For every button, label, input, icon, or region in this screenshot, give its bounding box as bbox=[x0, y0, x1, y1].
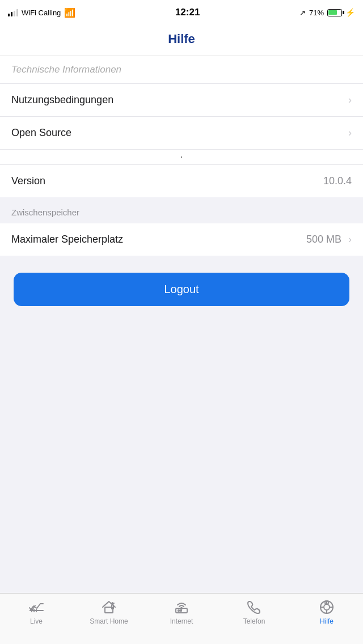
internet-icon bbox=[174, 599, 189, 615]
status-right: ↗ 71% ⚡ bbox=[299, 8, 355, 17]
list-item-opensource[interactable]: Open Source › bbox=[0, 117, 363, 150]
list-item-max-speicher[interactable]: Maximaler Speicherplatz 500 MB › bbox=[0, 223, 363, 256]
nutzungsbedingungen-label: Nutzungsbedingungen bbox=[11, 94, 113, 106]
status-left: WiFi Calling 📶 bbox=[8, 7, 75, 18]
status-bar: WiFi Calling 📶 12:21 ↗ 71% ⚡ bbox=[0, 0, 363, 25]
signal-bars-icon bbox=[8, 9, 18, 16]
tab-internet[interactable]: Internet bbox=[145, 599, 218, 625]
bar2 bbox=[11, 12, 12, 16]
list-item-nutzungsbedingungen[interactable]: Nutzungsbedingungen › bbox=[0, 84, 363, 117]
bar3 bbox=[14, 11, 15, 16]
version-value: 10.0.4 bbox=[323, 175, 352, 187]
cache-section-label: Zwischenspeicher bbox=[11, 207, 79, 217]
svg-point-12 bbox=[324, 604, 330, 610]
wifi-icon: 📶 bbox=[64, 7, 75, 18]
tab-hilfe-label: Hilfe bbox=[320, 617, 334, 625]
bar4 bbox=[16, 9, 18, 16]
cache-section-header: Zwischenspeicher bbox=[0, 197, 363, 223]
opensource-label: Open Source bbox=[11, 127, 71, 139]
tab-telefon[interactable]: Telefon bbox=[218, 599, 290, 625]
tab-hilfe[interactable]: Hilfe bbox=[290, 599, 363, 625]
max-speicher-value: 500 MB bbox=[306, 234, 341, 245]
carrier-label: WiFi Calling bbox=[22, 9, 61, 17]
nutzungsbedingungen-right: › bbox=[344, 94, 352, 106]
tab-telefon-label: Telefon bbox=[243, 617, 265, 625]
location-icon: ↗ bbox=[299, 9, 306, 17]
chevron-right-icon-3: › bbox=[348, 234, 352, 245]
tab-smarthome-label: Smart Home bbox=[90, 617, 128, 625]
scroll-content: Technische Informationen Nutzungsbedingu… bbox=[0, 56, 363, 374]
chevron-right-icon-2: › bbox=[348, 127, 352, 139]
telefon-icon bbox=[246, 599, 262, 615]
cache-section: Maximaler Speicherplatz 500 MB › bbox=[0, 223, 363, 256]
version-right: 10.0.4 bbox=[323, 175, 352, 187]
opensource-right: › bbox=[344, 127, 352, 139]
dot-separator: · bbox=[0, 150, 363, 165]
list-item-version: Version 10.0.4 bbox=[0, 165, 363, 197]
version-label: Version bbox=[11, 175, 45, 187]
tab-internet-label: Internet bbox=[170, 617, 193, 625]
charging-icon: ⚡ bbox=[345, 8, 355, 17]
tab-bar: Live Smart Home Internet bbox=[0, 593, 363, 644]
main-list-section: Nutzungsbedingungen › Open Source › · Ve… bbox=[0, 84, 363, 197]
partial-section: Technische Informationen bbox=[0, 56, 363, 84]
max-speicher-right: 500 MB › bbox=[306, 234, 352, 245]
tab-live[interactable]: Live bbox=[0, 599, 73, 625]
svg-point-7 bbox=[178, 610, 179, 611]
hilfe-icon bbox=[319, 599, 335, 615]
partial-section-label: Technische Informationen bbox=[11, 64, 121, 75]
battery-icon bbox=[327, 9, 342, 16]
live-icon bbox=[28, 599, 44, 615]
tab-live-label: Live bbox=[30, 617, 43, 625]
logout-button[interactable]: Logout bbox=[14, 273, 349, 306]
tab-smarthome[interactable]: Smart Home bbox=[73, 599, 145, 625]
svg-point-8 bbox=[180, 610, 182, 611]
smarthome-icon bbox=[101, 599, 117, 615]
bar1 bbox=[8, 14, 10, 16]
max-speicher-label: Maximaler Speicherplatz bbox=[11, 234, 123, 245]
chevron-right-icon: › bbox=[348, 94, 352, 106]
status-time: 12:21 bbox=[175, 7, 200, 18]
battery-percent: 71% bbox=[309, 9, 324, 17]
logout-area: Logout bbox=[0, 256, 363, 323]
page-title: Hilfe bbox=[0, 32, 363, 46]
page-title-bar: Hilfe bbox=[0, 25, 363, 56]
